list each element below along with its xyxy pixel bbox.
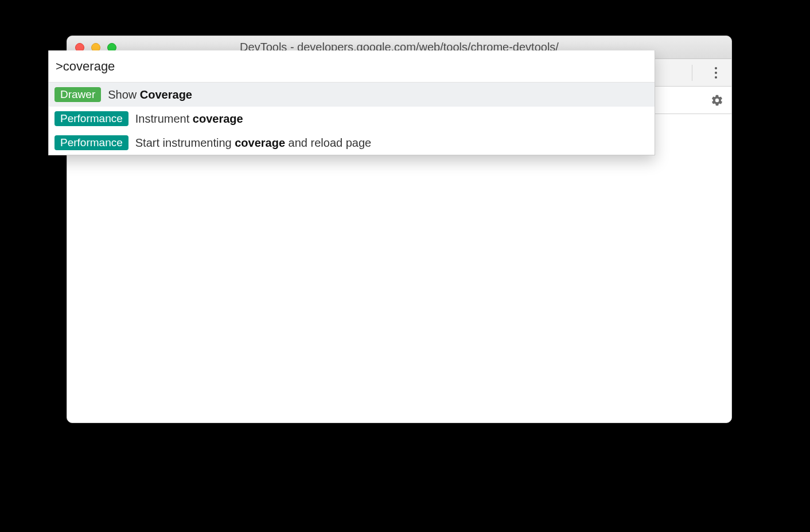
console-content: ›: [67, 114, 731, 423]
command-item-show-coverage[interactable]: Drawer Show Coverage: [49, 83, 655, 107]
stage: DevTools - developers.google.com/web/too…: [0, 0, 810, 532]
command-item-instrument-coverage[interactable]: Performance Instrument coverage: [49, 107, 655, 131]
command-badge: Performance: [54, 111, 128, 126]
command-badge: Performance: [54, 135, 128, 150]
command-menu-input[interactable]: [56, 59, 648, 74]
command-badge: Drawer: [54, 87, 101, 102]
command-text: Instrument coverage: [135, 112, 243, 126]
command-menu-list: Drawer Show Coverage Performance Instrum…: [49, 83, 655, 155]
more-options-button[interactable]: [706, 63, 726, 83]
command-item-start-instrumenting[interactable]: Performance Start instrumenting coverage…: [49, 131, 655, 155]
command-menu: Drawer Show Coverage Performance Instrum…: [48, 50, 655, 155]
toolbar-divider: [692, 65, 692, 81]
command-menu-input-row: [49, 50, 655, 83]
command-text: Start instrumenting coverage and reload …: [135, 136, 371, 150]
command-text: Show Coverage: [108, 88, 192, 101]
console-settings-icon[interactable]: [707, 91, 727, 110]
